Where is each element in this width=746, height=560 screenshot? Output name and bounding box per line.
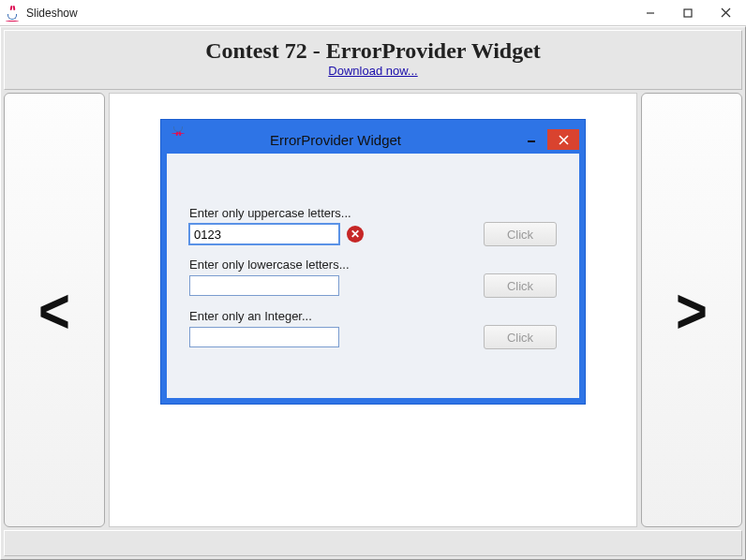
header-panel: Contest 72 - ErrorProvider Widget Downlo… xyxy=(4,30,742,90)
window-title: Slideshow xyxy=(26,7,632,20)
inner-titlebar: ErrorProvider Widget xyxy=(167,125,579,154)
footer-panel xyxy=(4,530,742,556)
chevron-right-icon: > xyxy=(676,273,708,346)
field-label: Enter only an Integer... xyxy=(189,309,557,323)
window-controls xyxy=(632,1,744,25)
click-button[interactable]: Click xyxy=(484,273,557,298)
inner-window-title: ErrorProvider Widget xyxy=(156,132,515,148)
form-row-uppercase: Enter only uppercase letters... ✕ Click xyxy=(189,206,557,246)
page-title: Contest 72 - ErrorProvider Widget xyxy=(14,38,732,64)
inner-body: Enter only uppercase letters... ✕ Click … xyxy=(167,154,579,398)
field-label: Enter only lowercase letters... xyxy=(189,258,557,272)
outer-titlebar: Slideshow xyxy=(0,0,746,26)
prev-button[interactable]: < xyxy=(4,93,105,527)
next-button[interactable]: > xyxy=(641,93,742,527)
inner-close-button[interactable] xyxy=(547,129,579,150)
inner-minimize-button[interactable] xyxy=(515,129,547,150)
uppercase-input[interactable] xyxy=(189,224,339,244)
form-row-integer: Enter only an Integer... Click xyxy=(189,309,557,349)
main-panel: Contest 72 - ErrorProvider Widget Downlo… xyxy=(0,26,746,560)
error-icon: ✕ xyxy=(347,226,364,243)
lowercase-input[interactable] xyxy=(189,275,339,296)
inner-window: ErrorProvider Widget Enter only uppercas… xyxy=(161,120,585,404)
click-button[interactable]: Click xyxy=(484,325,557,349)
inner-window-controls xyxy=(515,129,579,150)
svg-rect-1 xyxy=(684,9,692,17)
minimize-button[interactable] xyxy=(632,1,669,25)
maximize-button[interactable] xyxy=(669,1,707,25)
click-button[interactable]: Click xyxy=(484,222,557,246)
integer-input[interactable] xyxy=(189,327,339,347)
chevron-left-icon: < xyxy=(38,273,70,346)
close-button[interactable] xyxy=(707,1,744,25)
slide-area: ErrorProvider Widget Enter only uppercas… xyxy=(109,93,637,527)
middle-row: < ErrorProvider Widget xyxy=(4,93,742,527)
field-label: Enter only uppercase letters... xyxy=(189,206,557,220)
form-row-lowercase: Enter only lowercase letters... Click xyxy=(189,258,557,298)
java-icon xyxy=(6,6,21,21)
download-link[interactable]: Download now... xyxy=(328,64,417,78)
